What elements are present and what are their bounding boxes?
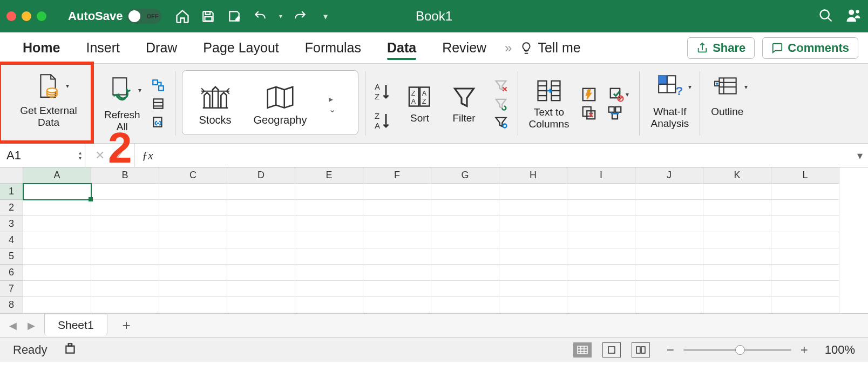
cell[interactable]	[295, 200, 363, 216]
filter-button[interactable]: Filter	[446, 80, 482, 127]
cell[interactable]	[295, 216, 363, 232]
maximize-window-button[interactable]	[37, 11, 46, 21]
queries-connections-icon[interactable]	[150, 77, 166, 93]
cell[interactable]	[703, 216, 771, 232]
cell[interactable]	[703, 248, 771, 265]
column-header[interactable]: K	[703, 167, 771, 184]
cell[interactable]	[703, 297, 771, 313]
data-validation-button[interactable]: ▾	[607, 86, 630, 103]
undo-button[interactable]	[252, 8, 268, 24]
column-header[interactable]: I	[567, 167, 635, 184]
zoom-slider[interactable]	[683, 349, 791, 351]
add-sheet-button[interactable]: +	[115, 317, 138, 334]
cell[interactable]	[159, 216, 227, 232]
undo-dropdown-caret[interactable]: ▾	[279, 12, 282, 20]
tab-draw[interactable]: Draw	[133, 32, 190, 63]
data-types-expand[interactable]: ▸⌄	[329, 94, 342, 114]
cell[interactable]	[295, 184, 363, 200]
cell[interactable]	[771, 200, 839, 216]
edit-links-icon[interactable]	[150, 114, 166, 130]
sort-button[interactable]: ZAAZ Sort	[402, 80, 438, 127]
sort-ascending-button[interactable]: AZ	[372, 80, 394, 102]
cell[interactable]	[635, 248, 703, 265]
stocks-button[interactable]: Stocks	[199, 83, 232, 126]
tab-home[interactable]: Home	[10, 32, 73, 63]
cell[interactable]	[295, 248, 363, 265]
cell[interactable]	[159, 281, 227, 297]
macro-record-icon[interactable]	[64, 341, 78, 359]
autosave-toggle[interactable]: OFF	[127, 9, 161, 24]
row-header[interactable]: 4	[0, 232, 23, 248]
cell[interactable]	[23, 281, 91, 297]
cell[interactable]	[23, 200, 91, 216]
cell[interactable]	[91, 281, 159, 297]
more-tabs-chevron[interactable]: »	[499, 41, 517, 56]
sort-descending-button[interactable]: ZA	[372, 110, 394, 131]
cell[interactable]	[567, 248, 635, 265]
cell[interactable]	[91, 216, 159, 232]
tab-page-layout[interactable]: Page Layout	[190, 32, 291, 63]
cell[interactable]	[363, 297, 431, 313]
cell[interactable]	[91, 200, 159, 216]
cell[interactable]	[227, 297, 295, 313]
cell[interactable]	[703, 265, 771, 281]
cell[interactable]	[635, 200, 703, 216]
cell[interactable]	[771, 184, 839, 200]
cancel-formula-button[interactable]: ✕	[93, 149, 107, 163]
select-all-corner[interactable]	[0, 167, 23, 184]
remove-duplicates-button[interactable]	[581, 105, 597, 121]
cell[interactable]	[227, 232, 295, 248]
column-header[interactable]: H	[499, 167, 567, 184]
get-external-data-button[interactable]: ▾ Get External Data	[16, 69, 82, 132]
cell[interactable]	[431, 200, 499, 216]
cell[interactable]	[431, 184, 499, 200]
confirm-formula-button[interactable]: ✓	[112, 149, 126, 163]
column-header[interactable]: C	[159, 167, 227, 184]
cell[interactable]	[771, 248, 839, 265]
redo-button[interactable]	[292, 8, 308, 24]
comments-button[interactable]: Comments	[762, 37, 858, 59]
cell[interactable]	[567, 265, 635, 281]
column-header[interactable]: F	[363, 167, 431, 184]
qat-customize-caret[interactable]: ▾	[323, 11, 328, 22]
cell[interactable]	[567, 216, 635, 232]
cell[interactable]	[227, 216, 295, 232]
home-icon[interactable]	[174, 8, 191, 24]
cell[interactable]	[363, 232, 431, 248]
reapply-filter-button[interactable]	[493, 96, 509, 112]
expand-formula-bar[interactable]: ▾	[857, 149, 863, 162]
column-header[interactable]: G	[431, 167, 499, 184]
account-icon[interactable]	[845, 8, 862, 25]
cell[interactable]	[23, 297, 91, 313]
tab-formulas[interactable]: Formulas	[292, 32, 374, 63]
view-page-break-button[interactable]	[632, 342, 650, 358]
cell[interactable]	[295, 232, 363, 248]
advanced-filter-button[interactable]	[493, 114, 509, 130]
cell[interactable]	[771, 232, 839, 248]
cell[interactable]	[771, 281, 839, 297]
tab-review[interactable]: Review	[429, 32, 499, 63]
view-page-layout-button[interactable]	[602, 342, 621, 358]
cell[interactable]	[499, 281, 567, 297]
cell[interactable]	[635, 281, 703, 297]
consolidate-button[interactable]	[607, 105, 623, 121]
outline-button[interactable]: ▾ Outline	[707, 69, 748, 121]
save-icon[interactable]	[200, 8, 216, 24]
cell[interactable]	[431, 216, 499, 232]
tell-me[interactable]: Tell me	[519, 40, 580, 56]
cell[interactable]	[499, 200, 567, 216]
cell[interactable]	[363, 184, 431, 200]
cell[interactable]	[227, 200, 295, 216]
view-normal-button[interactable]	[573, 342, 592, 358]
tab-data[interactable]: Data	[374, 32, 429, 63]
row-header[interactable]: 2	[0, 200, 23, 216]
cell[interactable]	[363, 281, 431, 297]
cell[interactable]	[499, 216, 567, 232]
row-header[interactable]: 1	[0, 184, 23, 200]
cell[interactable]	[91, 232, 159, 248]
zoom-in-button[interactable]: +	[799, 342, 810, 358]
column-header[interactable]: D	[227, 167, 295, 184]
cell[interactable]	[499, 297, 567, 313]
zoom-thumb[interactable]	[735, 345, 745, 355]
cell[interactable]	[771, 265, 839, 281]
